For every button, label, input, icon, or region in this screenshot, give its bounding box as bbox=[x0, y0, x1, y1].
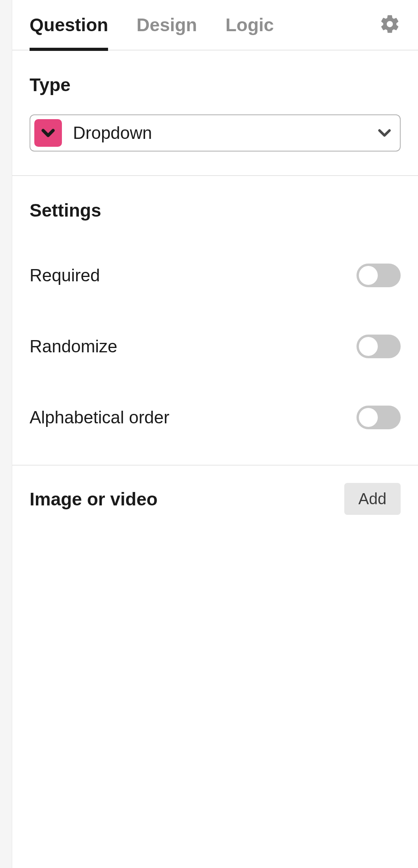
setting-label: Randomize bbox=[30, 337, 118, 356]
setting-row-randomize: Randomize bbox=[30, 311, 401, 382]
toggle-knob bbox=[359, 337, 378, 356]
gear-icon bbox=[379, 13, 401, 36]
type-selected-label: Dropdown bbox=[73, 123, 152, 143]
toggle-knob bbox=[359, 408, 378, 427]
tab-design[interactable]: Design bbox=[136, 0, 197, 50]
chevron-down-icon bbox=[377, 125, 392, 140]
add-media-button[interactable]: Add bbox=[344, 483, 401, 515]
setting-row-alphabetical: Alphabetical order bbox=[30, 382, 401, 453]
settings-gear-button[interactable] bbox=[379, 0, 401, 50]
type-heading: Type bbox=[30, 74, 401, 95]
toggle-knob bbox=[359, 266, 378, 285]
toggle-alphabetical-order[interactable] bbox=[356, 406, 401, 429]
dropdown-type-icon bbox=[34, 119, 62, 147]
tabs-bar: Question Design Logic bbox=[12, 0, 418, 51]
setting-row-required: Required bbox=[30, 240, 401, 311]
tab-label: Logic bbox=[226, 14, 274, 36]
type-section: Type Dropdown bbox=[12, 51, 418, 176]
question-settings-panel: Question Design Logic Type Dropdown Sett bbox=[12, 0, 418, 868]
tab-label: Design bbox=[136, 14, 197, 36]
media-heading: Image or video bbox=[30, 488, 158, 510]
settings-section: Settings Required Randomize Alphabetical… bbox=[12, 176, 418, 466]
setting-label: Alphabetical order bbox=[30, 408, 170, 427]
tab-label: Question bbox=[30, 14, 108, 36]
tab-logic[interactable]: Logic bbox=[226, 0, 274, 50]
toggle-randomize[interactable] bbox=[356, 335, 401, 358]
setting-label: Required bbox=[30, 266, 100, 285]
media-section: Image or video Add bbox=[12, 466, 418, 532]
toggle-required[interactable] bbox=[356, 264, 401, 287]
tab-question[interactable]: Question bbox=[30, 0, 108, 50]
question-type-select[interactable]: Dropdown bbox=[30, 114, 401, 152]
settings-heading: Settings bbox=[30, 200, 401, 221]
